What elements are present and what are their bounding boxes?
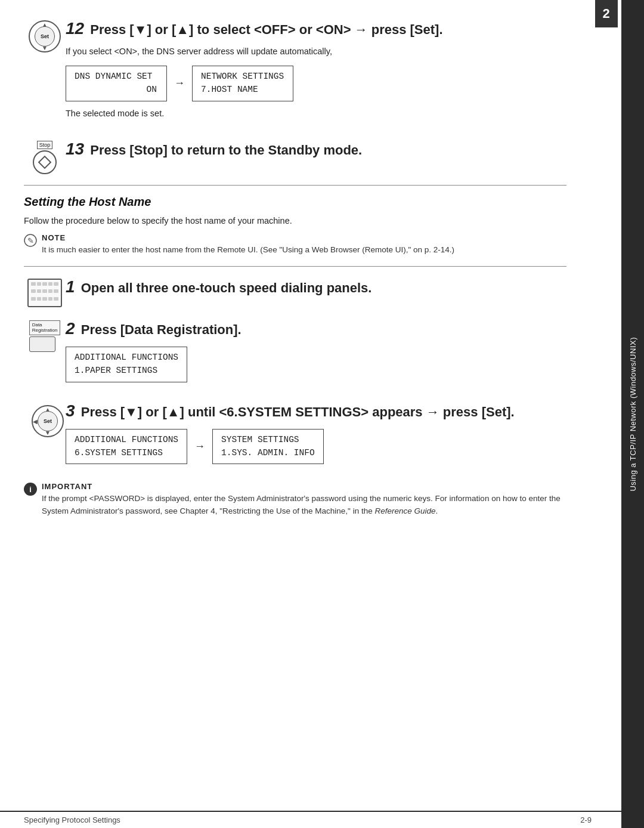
step-3-lcd-left: ADDITIONAL FUNCTIONS 6.SYSTEM SETTINGS [66,429,187,465]
important-label: IMPORTANT [42,482,566,491]
step-13-row: Stop 13 Press [Stop] to return to the St… [24,138,566,174]
step-3-lcd-right: SYSTEM SETTINGS 1.SYS. ADMIN. INFO [212,429,324,465]
keyboard-icon [27,279,62,307]
data-reg-label-box: DataRegistration [29,320,61,335]
step-12-row: ▲ ▼ Set 12 Press [▼] or [▲] to select <O… [24,18,566,128]
key [42,289,47,293]
key [48,282,53,286]
key [48,297,53,301]
key [37,297,42,301]
stop-circle [33,150,57,174]
step-3-lcd-right-line2: 1.SYS. ADMIN. INFO [221,448,315,458]
main-content: ▲ ▼ Set 12 Press [▼] or [▲] to select <O… [0,0,596,828]
step-12-lcd-row: DNS DYNAMIC SET ON → NETWORK SETTINGS 7.… [66,66,566,101]
key [42,297,47,301]
important-box: i IMPORTANT If the prompt <PASSWORD> is … [24,482,566,518]
step-2-number: 2 [66,319,75,338]
key [48,289,53,293]
dpad3: ▲ ▼ ◀ Set [32,405,64,437]
step-1-text: Open all three one-touch speed dialing p… [81,280,372,295]
footer-right: 2-9 [580,815,592,824]
step-3-icon: ▲ ▼ ◀ Set [24,403,66,436]
note-pencil-icon: ✎ [24,234,37,250]
page-container: ▲ ▼ Set 12 Press [▼] or [▲] to select <O… [0,0,644,828]
step-12-lcd-right-line2: 7.HOST NAME [201,85,258,94]
key [37,289,42,293]
step-1-icon [24,279,66,307]
dpad3-container: ▲ ▼ ◀ Set [27,403,63,436]
dpad3-set: Set [38,411,58,431]
step-12-lcd-right-line1: NETWORK SETTINGS [201,72,284,81]
chapter-number: 2 [595,0,618,27]
important-text-3: . [435,506,438,515]
step-3-row: ▲ ▼ ◀ Set 3 Press [▼] or [▲] until <6.SY… [24,400,566,472]
step-1-content: 1 Open all three one-touch speed dialing… [66,276,566,304]
important-text-1: If the prompt <PASSWORD> is displayed, e… [42,494,561,515]
note-content: NOTE It is much easier to enter the host… [42,233,454,256]
step-13-heading: 13 Press [Stop] to return to the Standby… [66,138,566,160]
step-3-lcd-row: ADDITIONAL FUNCTIONS 6.SYSTEM SETTINGS →… [66,429,566,465]
dpad-icon: ▲ ▼ Set [29,20,61,52]
step-12-heading: 12 Press [▼] or [▲] to select <OFF> or <… [66,18,566,39]
step-2-content: 2 Press [Data Registration]. ADDITIONAL … [66,318,566,390]
section-intro: Follow the procedure below to specify th… [24,215,566,228]
important-reference-guide: Reference Guide [374,506,435,515]
step-2-lcd-row: ADDITIONAL FUNCTIONS 1.PAPER SETTINGS [66,347,566,382]
key [31,289,36,293]
selected-mode-text: The selected mode is set. [66,109,566,118]
step-12-lcd-left: DNS DYNAMIC SET ON [66,66,167,101]
step-12-number: 12 [66,19,84,38]
key [54,282,58,286]
step-13-icon: Stop [24,141,66,174]
side-tab: Using a TCP/IP Network (Windows/UNIX) [621,0,644,828]
step-3-content: 3 Press [▼] or [▲] until <6.SYSTEM SETTI… [66,400,566,472]
key [54,297,58,301]
dpad-set-label: Set [35,26,55,47]
step-13-text: Press [Stop] to return to the Standby mo… [90,143,362,157]
step-3-heading: 3 Press [▼] or [▲] until <6.SYSTEM SETTI… [66,400,566,422]
stop-label: Stop [37,141,53,149]
step-2-text: Press [Data Registration]. [81,322,242,337]
note-icon-svg: ✎ [24,234,37,247]
step-3-text: Press [▼] or [▲] until <6.SYSTEM SETTING… [81,404,515,419]
step-12-icon: ▲ ▼ Set [24,20,66,52]
important-content: IMPORTANT If the prompt <PASSWORD> is di… [42,482,566,518]
step-3-lcd-left-line1: ADDITIONAL FUNCTIONS [75,435,178,444]
side-tab-text: Using a TCP/IP Network (Windows/UNIX) [628,337,637,492]
step-3-number: 3 [66,401,75,420]
step-2-lcd-line2: 1.PAPER SETTINGS [75,366,157,375]
divider-2 [24,266,566,267]
svg-text:✎: ✎ [27,236,34,245]
step-12-on-label: ON [147,84,158,97]
stop-diamond [38,155,52,169]
step-2-icon: DataRegistration [24,320,66,352]
arrow-right-12: → [174,77,185,89]
step-2-lcd-line1: ADDITIONAL FUNCTIONS [75,353,178,362]
arrow-right-3: → [194,440,205,453]
dpad3-left: ◀ [33,418,38,424]
step-1-number: 1 [66,277,75,296]
section-title: Setting the Host Name [24,195,566,209]
important-icon: i [24,483,37,496]
important-text: If the prompt <PASSWORD> is displayed, e… [42,493,566,518]
data-reg-btn-body [29,336,55,352]
note-label: NOTE [42,233,454,242]
step-2-lcd: ADDITIONAL FUNCTIONS 1.PAPER SETTINGS [66,347,187,382]
step-13-number: 13 [66,140,84,158]
note-text: It is much easier to enter the host name… [42,244,454,256]
step-12-text: Press [▼] or [▲] to select <OFF> or <ON>… [90,22,442,37]
key [54,289,58,293]
step-12-content: 12 Press [▼] or [▲] to select <OFF> or <… [66,18,566,128]
note-box: ✎ NOTE It is much easier to enter the ho… [24,233,566,256]
step-12-lcd-left-line1: DNS DYNAMIC SET [75,72,153,81]
step-2-row: DataRegistration 2 Press [Data Registrat… [24,318,566,390]
step-2-heading: 2 Press [Data Registration]. [66,318,566,339]
step-3-lcd-right-line1: SYSTEM SETTINGS [221,435,299,444]
step-1-heading: 1 Open all three one-touch speed dialing… [66,276,566,298]
section-divider [24,185,566,186]
footer: Specifying Protocol Settings 2-9 [0,811,621,828]
step-13-content: 13 Press [Stop] to return to the Standby… [66,138,566,166]
key [42,282,47,286]
key [37,282,42,286]
step-12-body: If you select <ON>, the DNS server addre… [66,45,566,58]
